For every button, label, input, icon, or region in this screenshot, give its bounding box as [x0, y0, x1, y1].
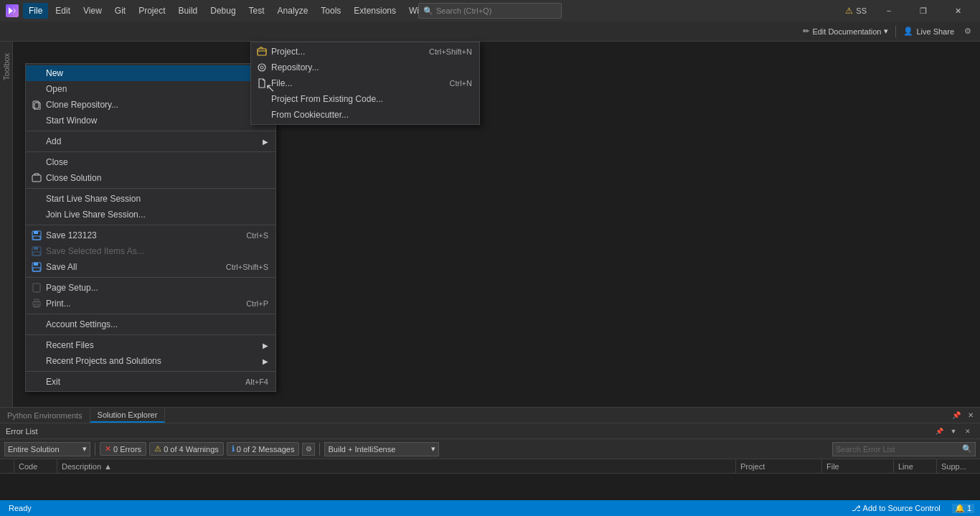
tab-python-environments[interactable]: Python Environments — [0, 408, 90, 423]
filter-icon[interactable]: ⚙ — [302, 443, 315, 456]
messages-button[interactable]: ℹ 0 of 2 Messages — [227, 442, 300, 456]
sep2 — [26, 151, 275, 152]
menu-tools[interactable]: Tools — [315, 3, 347, 19]
toolbox-label[interactable]: Toolbox — [2, 47, 11, 86]
live-share-icon: 👤 — [903, 27, 913, 36]
closesolution-icon-area — [30, 173, 43, 183]
status-bar: Ready ⎇ Add to Source Control 🔔 1 — [0, 500, 980, 516]
menu-item-saveall[interactable]: Save All Ctrl+Shift+S — [26, 259, 275, 275]
menu-file[interactable]: File — [23, 3, 48, 19]
submenu-fromexisting-label: Project From Existing Code... — [271, 94, 383, 104]
error-list-pin-icon[interactable]: 📌 — [933, 425, 946, 438]
toolbar-right: ✏ Edit Documentation ▾ 👤 Live Share ⚙ — [798, 25, 974, 37]
global-search-box[interactable]: 🔍 Search (Ctrl+Q) — [418, 3, 562, 19]
col-line[interactable]: Line — [894, 459, 937, 473]
menu-item-add[interactable]: Add ▶ — [26, 133, 275, 149]
sep1 — [26, 131, 275, 131]
menu-build[interactable]: Build — [173, 3, 204, 19]
menu-item-joinlive[interactable]: Join Live Share Session... — [26, 207, 275, 222]
scope-chevron-icon: ▾ — [83, 444, 87, 454]
menu-item-recentprojects[interactable]: Recent Projects and Solutions ▶ — [26, 353, 275, 369]
menu-item-print[interactable]: Print... Ctrl+P — [26, 296, 275, 311]
menu-git[interactable]: Git — [109, 3, 131, 19]
col-file[interactable]: File — [822, 459, 894, 473]
submenu-fromexisting[interactable]: Project From Existing Code... — [251, 91, 479, 107]
edit-documentation-btn[interactable]: ✏ Edit Documentation ▾ — [798, 25, 892, 37]
liveshare-settings-icon[interactable]: ⚙ — [961, 25, 974, 37]
scope-dropdown[interactable]: Entire Solution ▾ — [4, 442, 90, 456]
menu-exit-label: Exit — [46, 377, 60, 387]
col-code[interactable]: Code — [14, 459, 57, 473]
menu-view[interactable]: View — [77, 3, 108, 19]
close-button[interactable]: ✕ — [941, 0, 974, 22]
menu-extensions[interactable]: Extensions — [348, 3, 402, 19]
status-notification[interactable]: 🔔 1 — [952, 504, 974, 513]
file-shortcut: Ctrl+N — [450, 79, 472, 88]
menu-project[interactable]: Project — [133, 3, 171, 19]
errors-button[interactable]: ✕ 0 Errors — [100, 442, 146, 456]
menu-edit[interactable]: Edit — [50, 3, 76, 19]
status-source-control-label: Add to Source Control — [863, 504, 941, 512]
menu-item-exit[interactable]: Exit Alt+F4 — [26, 374, 275, 390]
svg-point-18 — [260, 66, 263, 69]
submenu-project[interactable]: Project... Ctrl+Shift+N — [251, 44, 479, 60]
menu-item-startwindow[interactable]: Start Window — [26, 113, 275, 128]
menu-item-pagesetup[interactable]: Page Setup... — [26, 280, 275, 296]
submenu-repository[interactable]: Repository... — [251, 60, 479, 75]
build-dropdown[interactable]: Build + IntelliSense ▾ — [324, 442, 439, 456]
pin-icon[interactable]: 📌 — [950, 409, 963, 422]
notification-count: 1 — [967, 504, 971, 512]
svg-rect-5 — [33, 236, 40, 240]
menu-item-accountsettings[interactable]: Account Settings... — [26, 316, 275, 332]
search-error-box[interactable]: Search Error List 🔍 — [832, 442, 976, 456]
panel-tabs-bar: Python Environments Solution Explorer 📌 … — [0, 408, 980, 423]
col-project[interactable]: Project — [736, 459, 822, 473]
file-menu-dropdown: New ▶ Open ▶ Clone Repository... Start W… — [25, 63, 276, 392]
menu-item-new[interactable]: New ▶ — [26, 65, 275, 81]
menu-item-save[interactable]: Save 123123 Ctrl+S — [26, 227, 275, 243]
panel-close-icon[interactable]: ✕ — [964, 409, 977, 422]
panel-header-controls: 📌 ✕ — [950, 409, 980, 422]
title-bar-center: 🔍 Search (Ctrl+Q) — [418, 3, 562, 19]
notification-icon: 🔔 — [955, 504, 965, 512]
live-share-label: Live Share — [916, 27, 954, 36]
menu-item-startlive[interactable]: Start Live Share Session — [26, 191, 275, 207]
col-description[interactable]: Description ▲ — [57, 459, 736, 473]
status-ready[interactable]: Ready — [6, 504, 34, 512]
search-error-icon: 🔍 — [962, 444, 972, 454]
live-share-btn[interactable]: 👤 Live Share — [899, 25, 958, 37]
svg-rect-11 — [33, 268, 40, 271]
warnings-button[interactable]: ⚠ 0 of 4 Warnings — [149, 442, 224, 456]
restore-button[interactable]: ❐ — [907, 0, 940, 22]
col-suppression[interactable]: Supp... — [937, 459, 980, 473]
tab-solution-explorer[interactable]: Solution Explorer — [90, 408, 166, 423]
save-shortcut: Ctrl+S — [246, 231, 268, 240]
menu-debug[interactable]: Debug — [204, 3, 241, 19]
menu-test[interactable]: Test — [243, 3, 270, 19]
messages-label: 0 of 2 Messages — [237, 445, 295, 454]
menu-accountsettings-label: Account Settings... — [46, 319, 118, 329]
submenu-file[interactable]: File... Ctrl+N — [251, 75, 479, 91]
menu-clone-label: Clone Repository... — [46, 100, 118, 110]
file-icon — [255, 78, 268, 88]
minimize-button[interactable]: − — [872, 0, 905, 22]
error-list-more-icon[interactable]: ▼ — [947, 425, 960, 438]
menu-item-open[interactable]: Open ▶ — [26, 81, 275, 97]
menu-startlive-label: Start Live Share Session — [46, 194, 141, 204]
warning-triangle-icon: ⚠ — [154, 444, 161, 454]
menu-joinlive-label: Join Live Share Session... — [46, 210, 146, 220]
menu-item-closesolution[interactable]: Close Solution — [26, 170, 275, 186]
svg-point-17 — [258, 64, 265, 71]
edit-documentation-label: Edit Documentation — [812, 27, 881, 36]
menu-item-clone[interactable]: Clone Repository... — [26, 97, 275, 113]
menu-analyze[interactable]: Analyze — [272, 3, 314, 19]
col-description-label: Description — [62, 462, 101, 471]
search-placeholder: Search (Ctrl+Q) — [436, 6, 491, 15]
menu-open-label: Open — [46, 84, 67, 94]
status-source-control[interactable]: ⎇ Add to Source Control — [849, 504, 943, 513]
menu-item-close[interactable]: Close — [26, 154, 275, 170]
menu-closesolution-label: Close Solution — [46, 173, 101, 183]
menu-item-recentfiles[interactable]: Recent Files ▶ — [26, 337, 275, 353]
submenu-cookiecutter[interactable]: From Cookiecutter... — [251, 107, 479, 123]
error-list-close-icon[interactable]: ✕ — [961, 425, 974, 438]
